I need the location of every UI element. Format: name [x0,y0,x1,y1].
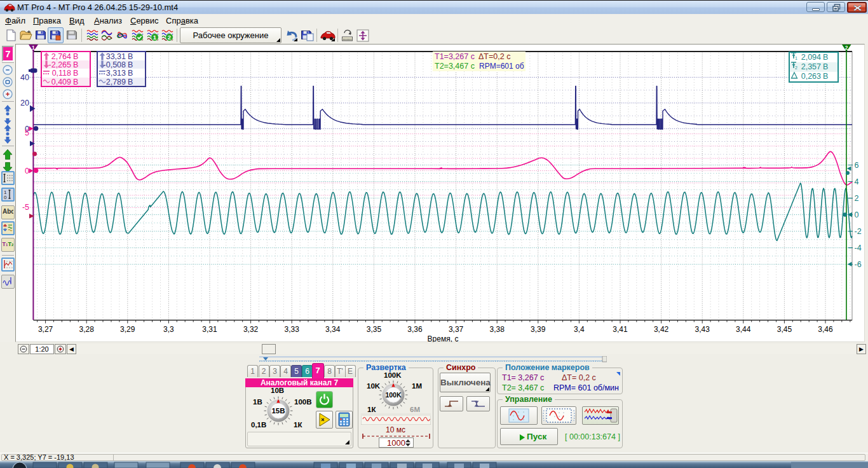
svg-text:0: 0 [855,210,859,219]
svg-text:3,27: 3,27 [38,325,53,334]
svg-text:4: 4 [855,177,859,186]
svg-text:3,4: 3,4 [574,325,585,334]
svg-text:1: 1 [32,45,35,51]
svg-text:3,39: 3,39 [531,325,546,334]
svg-text:6: 6 [855,161,859,170]
svg-text:5: 5 [25,128,29,137]
svg-text:Время, с: Время, с [428,334,459,342]
svg-text:0: 0 [25,167,29,176]
svg-text:1: 1 [153,34,157,41]
svg-text:3,34: 3,34 [325,325,341,334]
svg-text:0: 0 [4,195,7,200]
svg-text:3,43: 3,43 [695,325,710,334]
svg-text:3,31: 3,31 [202,325,217,334]
svg-text:3,33: 3,33 [285,325,300,334]
svg-text:3,36: 3,36 [407,325,423,334]
svg-text:3,45: 3,45 [777,325,792,334]
svg-text:-5: -5 [22,203,29,212]
svg-text:3,38: 3,38 [490,325,505,334]
svg-text:3,28: 3,28 [79,325,95,334]
svg-text:3,3: 3,3 [163,325,174,334]
svg-text:-2: -2 [855,227,862,236]
svg-text:2: 2 [168,34,171,41]
svg-text:T2: T2 [8,241,14,247]
svg-text:3,35: 3,35 [367,325,382,334]
svg-text:20: 20 [20,99,29,107]
svg-text:3,32: 3,32 [243,325,259,334]
svg-text:2: 2 [845,45,848,51]
svg-text:3,44: 3,44 [736,325,751,334]
svg-text:40: 40 [20,73,29,82]
svg-text:3,29: 3,29 [120,325,135,334]
svg-text:2: 2 [855,194,859,203]
svg-text:3,41: 3,41 [613,325,628,334]
svg-text:-6: -6 [855,260,862,269]
svg-text:15В: 15В [271,407,285,415]
svg-text:3,42: 3,42 [654,325,669,334]
svg-text:3,46: 3,46 [818,325,833,334]
svg-text:100K: 100K [385,391,402,399]
svg-text:3,37: 3,37 [449,325,464,334]
svg-text:-4: -4 [855,244,862,252]
svg-text:Abc: Abc [3,208,13,215]
